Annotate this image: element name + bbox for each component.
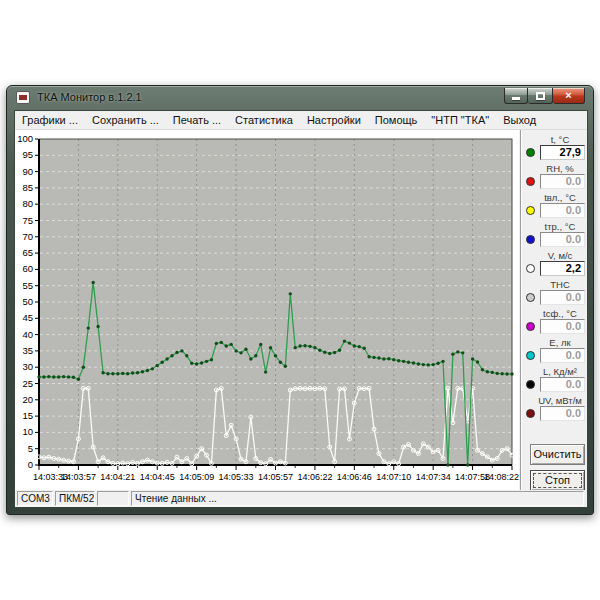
menu-statistika[interactable]: Статистика xyxy=(228,111,300,130)
svg-text:14:05:09: 14:05:09 xyxy=(179,472,214,482)
minimize-icon xyxy=(512,97,520,100)
channel-color-dot xyxy=(526,235,535,244)
svg-text:85: 85 xyxy=(22,182,33,193)
channel-t: t, °C 27,9 xyxy=(521,134,587,160)
svg-text:75: 75 xyxy=(22,215,33,226)
app-window: ТКА Монитор в.1.2.1 × Графики ... Сохран… xyxy=(6,85,594,515)
channel-color-dot xyxy=(526,206,535,215)
clear-button[interactable]: Очистить xyxy=(530,444,585,465)
svg-text:25: 25 xyxy=(22,378,33,389)
channel-tsf: tсф., °C 0.0 xyxy=(521,308,587,334)
channel-uv: UV, мВт/м 0.0 xyxy=(521,395,587,421)
channel-value: 0.0 xyxy=(540,377,585,392)
svg-text:15: 15 xyxy=(22,410,33,421)
svg-text:10: 10 xyxy=(22,426,33,437)
menu-vyhod[interactable]: Выход xyxy=(496,111,543,130)
minimize-button[interactable] xyxy=(504,88,528,104)
menu-pomosch[interactable]: Помощь xyxy=(368,111,425,130)
status-bar: COM3 ПКМ/52 Чтение данных ... xyxy=(15,490,587,507)
svg-text:14:04:45: 14:04:45 xyxy=(140,472,175,482)
channel-label: Е, лк xyxy=(535,337,585,348)
channel-color-dot xyxy=(526,293,535,302)
channel-color-dot xyxy=(526,380,535,389)
svg-text:70: 70 xyxy=(22,231,33,242)
svg-text:5: 5 xyxy=(28,443,33,454)
maximize-button[interactable] xyxy=(528,88,553,104)
svg-text:60: 60 xyxy=(22,263,33,274)
status-spare xyxy=(97,491,129,506)
svg-text:14:08:22: 14:08:22 xyxy=(484,472,519,482)
channel-value: 0.0 xyxy=(540,406,585,421)
svg-text:45: 45 xyxy=(22,312,33,323)
svg-text:95: 95 xyxy=(22,149,33,160)
channel-color-dot xyxy=(526,351,535,360)
svg-text:90: 90 xyxy=(22,166,33,177)
channel-v: V, м/с 2,2 xyxy=(521,250,587,276)
svg-text:65: 65 xyxy=(22,247,33,258)
svg-text:50: 50 xyxy=(22,296,33,307)
close-button[interactable]: × xyxy=(553,88,585,104)
svg-text:80: 80 xyxy=(22,198,33,209)
svg-text:14:07:10: 14:07:10 xyxy=(376,472,411,482)
menu-grafiki[interactable]: Графики ... xyxy=(15,111,85,130)
channel-tns: ТНС 0.0 xyxy=(521,279,587,305)
channel-label: UV, мВт/м xyxy=(535,395,585,406)
readings-panel: t, °C 27,9 RH, % 0.0 tвл., °C 0.0 tтр., … xyxy=(520,130,587,490)
channel-value: 0.0 xyxy=(540,232,585,247)
svg-text:14:05:33: 14:05:33 xyxy=(219,472,254,482)
menu-bar: Графики ... Сохранить ... Печать ... Ста… xyxy=(15,111,587,130)
channel-label: L, Кд/м² xyxy=(535,366,585,377)
channel-value: 0.0 xyxy=(540,203,585,218)
channel-label: RH, % xyxy=(535,163,585,174)
maximize-icon xyxy=(536,92,545,100)
status-com-port: COM3 xyxy=(17,491,53,506)
svg-text:14:04:21: 14:04:21 xyxy=(100,472,135,482)
svg-text:100: 100 xyxy=(17,133,33,144)
menu-nastroyki[interactable]: Настройки xyxy=(300,111,368,130)
menu-sohranit[interactable]: Сохранить ... xyxy=(85,111,166,130)
channel-e: Е, лк 0.0 xyxy=(521,337,587,363)
window-title: ТКА Монитор в.1.2.1 xyxy=(37,91,142,103)
channel-label: tвл., °C xyxy=(535,192,585,203)
close-icon: × xyxy=(565,90,571,101)
title-bar[interactable]: ТКА Монитор в.1.2.1 × xyxy=(7,86,593,110)
channel-color-dot xyxy=(526,409,535,418)
svg-text:0: 0 xyxy=(28,459,33,470)
svg-text:20: 20 xyxy=(22,394,33,405)
svg-text:55: 55 xyxy=(22,280,33,291)
channel-color-dot xyxy=(526,322,535,331)
channel-label: V, м/с xyxy=(535,250,585,261)
channel-l: L, Кд/м² 0.0 xyxy=(521,366,587,392)
menu-pechat[interactable]: Печать ... xyxy=(166,111,228,130)
channel-value: 0.0 xyxy=(540,174,585,189)
channel-color-dot xyxy=(526,264,535,273)
channel-ttr: tтр., °C 0.0 xyxy=(521,221,587,247)
channel-label: tсф., °C xyxy=(535,308,585,319)
channel-tvl: tвл., °C 0.0 xyxy=(521,192,587,218)
status-message: Чтение данных ... xyxy=(131,491,584,506)
status-device: ПКМ/52 xyxy=(55,491,95,506)
channel-value: 0.0 xyxy=(540,290,585,305)
channel-color-dot xyxy=(526,148,535,157)
svg-text:35: 35 xyxy=(22,345,33,356)
channel-value: 27,9 xyxy=(540,145,585,160)
channel-rh: RH, % 0.0 xyxy=(521,163,587,189)
app-icon xyxy=(16,91,30,104)
svg-text:14:06:46: 14:06:46 xyxy=(337,472,372,482)
channel-label: ТНС xyxy=(535,279,585,290)
channel-value: 0.0 xyxy=(540,348,585,363)
svg-text:14:07:34: 14:07:34 xyxy=(416,472,451,482)
channel-label: t, °C xyxy=(535,134,585,145)
svg-text:30: 30 xyxy=(22,361,33,372)
channel-label: tтр., °C xyxy=(535,221,585,232)
client-area: Графики ... Сохранить ... Печать ... Ста… xyxy=(14,110,588,508)
channel-value: 0.0 xyxy=(540,319,585,334)
stop-button[interactable]: Стоп xyxy=(530,470,585,491)
channel-color-dot xyxy=(526,177,535,186)
chart-panel: 0510152025303540455055606570758085909510… xyxy=(15,130,519,490)
channel-value: 2,2 xyxy=(540,261,585,276)
measurement-chart: 0510152025303540455055606570758085909510… xyxy=(15,130,519,490)
menu-ntp-tka[interactable]: "НТП "ТКА" xyxy=(424,111,496,130)
svg-text:14:05:57: 14:05:57 xyxy=(258,472,293,482)
svg-text:40: 40 xyxy=(22,329,33,340)
